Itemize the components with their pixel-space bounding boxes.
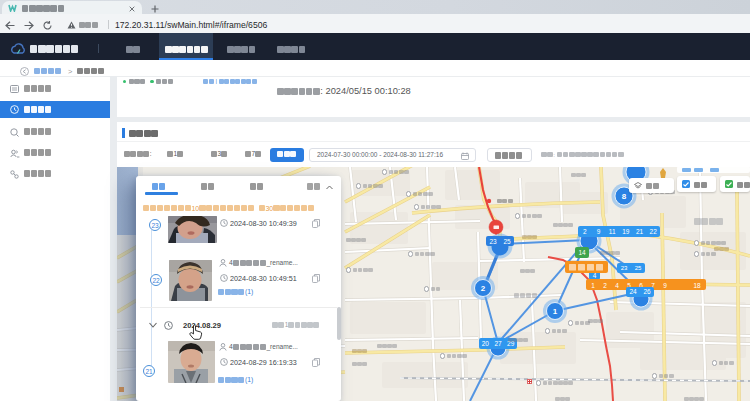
svg-text:24: 24 (629, 288, 637, 295)
svg-text:27: 27 (494, 340, 502, 347)
svg-text:25: 25 (503, 238, 511, 245)
svg-text:1: 1 (553, 307, 558, 316)
svg-text:9: 9 (597, 228, 601, 235)
svg-text:26: 26 (643, 288, 651, 295)
svg-text:20: 20 (482, 340, 490, 347)
svg-text:1: 1 (591, 282, 595, 289)
svg-text:9: 9 (663, 282, 667, 289)
svg-text:19: 19 (622, 228, 630, 235)
svg-text:25: 25 (635, 265, 642, 271)
svg-text:8: 8 (622, 192, 627, 201)
svg-text:14: 14 (578, 249, 586, 256)
svg-text:18: 18 (693, 282, 701, 289)
svg-text:23: 23 (621, 265, 628, 271)
svg-text:23: 23 (489, 238, 497, 245)
svg-text:2: 2 (481, 284, 486, 293)
svg-text:4: 4 (615, 282, 619, 289)
svg-text:2: 2 (603, 282, 607, 289)
svg-text:11: 11 (609, 228, 616, 235)
svg-text:21: 21 (636, 228, 644, 235)
svg-text:22: 22 (650, 228, 658, 235)
svg-text:2: 2 (583, 228, 587, 235)
